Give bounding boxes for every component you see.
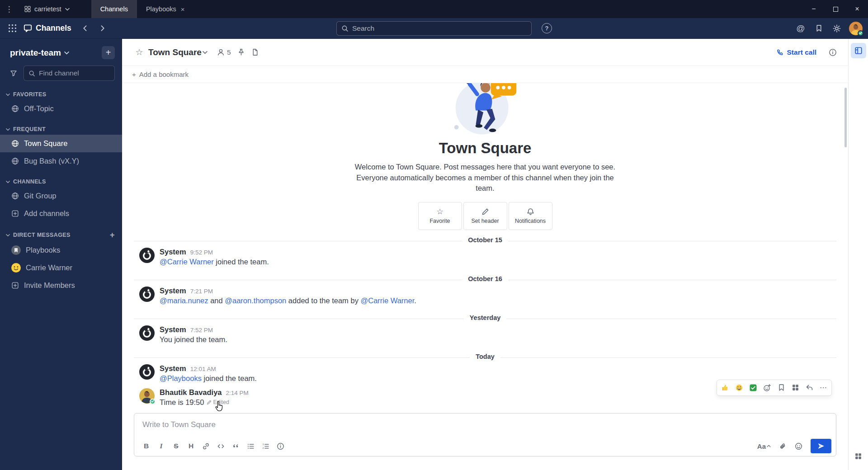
find-channel-input[interactable]: Find channel (24, 66, 115, 81)
save-message-icon[interactable] (774, 381, 788, 394)
boards-app-icon[interactable] (851, 43, 866, 58)
mention-link[interactable]: @Carrie Warner (160, 258, 214, 266)
message-actions-icon[interactable] (788, 381, 802, 394)
maximize-button[interactable] (825, 0, 846, 18)
edited-indicator[interactable]: Edited (207, 399, 229, 406)
pinned-posts-icon[interactable] (234, 45, 248, 60)
dm-name: Playbooks (26, 246, 60, 254)
message-sender[interactable]: System (160, 325, 186, 334)
emoji-picker-icon[interactable] (791, 439, 806, 453)
smile-reaction-icon[interactable] (732, 381, 746, 394)
more-actions-icon[interactable]: ⋯ (816, 381, 830, 394)
attach-file-icon[interactable] (775, 439, 790, 453)
message-text: Time is 19:50Edited (160, 397, 249, 407)
close-button[interactable]: × (846, 0, 868, 18)
notifications-button[interactable]: Notifications (509, 202, 552, 230)
favorite-button[interactable]: ☆ Favorite (418, 202, 462, 230)
channel-files-icon[interactable] (248, 45, 262, 60)
sidebar-item-carrie-warner[interactable]: Carrie Warner (0, 259, 122, 277)
server-selector[interactable]: carrietest (18, 0, 76, 18)
apps-grid-icon[interactable] (851, 448, 866, 464)
numbered-list-icon[interactable]: 12 (258, 439, 273, 453)
add-direct-message-icon[interactable]: + (110, 231, 115, 239)
search-input[interactable]: Search (336, 21, 532, 36)
help-icon[interactable]: ? (542, 23, 552, 33)
mention-link[interactable]: @Playbooks (160, 374, 202, 382)
message-sender[interactable]: System (160, 364, 186, 373)
mention-link[interactable]: @maria.nunez (160, 296, 208, 305)
mention-link[interactable]: @aaron.thompson (225, 296, 286, 305)
team-header[interactable]: private-team + (0, 39, 122, 65)
section-favorites: FAVORITES Off-Topic (0, 90, 122, 118)
message-sender[interactable]: Bhautik Bavadiya (160, 388, 222, 397)
tab-close-icon[interactable]: × (181, 5, 185, 13)
minimize-button[interactable]: − (803, 0, 825, 18)
reply-icon[interactable] (802, 381, 816, 394)
section-frequent-header[interactable]: FREQUENT (0, 125, 122, 135)
bold-icon[interactable]: B (139, 439, 154, 453)
saved-posts-icon[interactable] (811, 21, 826, 36)
product-title-label: Channels (36, 24, 71, 33)
system-message[interactable]: System 7:52 PM You joined the team. (122, 323, 848, 347)
chevron-down-icon (65, 8, 70, 11)
sidebar-item-invite-members[interactable]: Invite Members (0, 277, 122, 294)
edited-label: Edited (213, 399, 229, 406)
add-bookmark-bar[interactable]: + Add a bookmark (122, 66, 848, 83)
hide-formatting-toggle[interactable]: Aa (754, 439, 774, 453)
channel-name: Town Square (24, 139, 67, 148)
message-list[interactable]: Town Square Welcome to Town Square. Post… (122, 83, 848, 410)
formatting-help-icon[interactable] (273, 439, 288, 453)
app-menu-icon[interactable]: ⋮ (0, 5, 18, 14)
mention-link[interactable]: @Carrie Warner (360, 296, 414, 305)
section-channels-header[interactable]: CHANNELS (0, 177, 122, 187)
add-channel-button[interactable]: + (102, 46, 115, 59)
user-message[interactable]: ⋯ Bhautik Bavadiya 2:14 PM Time is (122, 386, 848, 409)
strikethrough-icon[interactable]: S (169, 439, 184, 453)
set-header-button[interactable]: Set header (463, 202, 507, 230)
pencil-icon (481, 208, 489, 216)
channel-name: Bug Bash (vX.Y) (24, 157, 79, 165)
sidebar-item-playbooks-dm[interactable]: Playbooks (0, 241, 122, 259)
filter-icon[interactable] (7, 67, 20, 80)
code-icon[interactable] (213, 439, 228, 453)
sidebar-item-bug-bash[interactable]: Bug Bash (vX.Y) (0, 152, 122, 170)
mentions-icon[interactable]: @ (793, 21, 808, 36)
message-input[interactable]: Write to Town Square (134, 414, 836, 436)
sidebar-item-git-group[interactable]: Git Group (0, 187, 122, 205)
settings-gear-icon[interactable] (829, 21, 844, 36)
quote-icon[interactable] (228, 439, 243, 453)
heading-icon[interactable]: H (184, 439, 198, 453)
section-dms-header[interactable]: DIRECT MESSAGES + (0, 230, 122, 241)
thumbsup-reaction-icon[interactable] (718, 381, 732, 394)
sidebar-item-add-channels[interactable]: Add channels (0, 205, 122, 222)
tab-playbooks[interactable]: Playbooks × (137, 0, 194, 18)
system-message[interactable]: System 7:21 PM @maria.nunez and @aaron.t… (122, 284, 848, 308)
history-forward-icon[interactable] (95, 21, 110, 36)
history-back-icon[interactable] (78, 21, 93, 36)
check-reaction-icon[interactable] (746, 381, 760, 394)
link-icon[interactable] (198, 439, 213, 453)
channel-name: Invite Members (24, 281, 75, 290)
bell-icon (527, 208, 534, 216)
add-reaction-icon[interactable] (760, 381, 774, 394)
scrollbar-thumb[interactable] (844, 88, 847, 147)
start-call-button[interactable]: Start call (772, 46, 821, 59)
sidebar-item-off-topic[interactable]: Off-Topic (0, 100, 122, 118)
channel-info-icon[interactable] (826, 45, 840, 60)
message-sender[interactable]: System (160, 287, 186, 295)
italic-icon[interactable]: I (154, 439, 169, 453)
user-avatar[interactable] (849, 22, 863, 35)
favorite-star-icon[interactable]: ☆ (132, 45, 146, 60)
channel-title[interactable]: Town Square (148, 47, 202, 57)
send-button[interactable] (811, 439, 831, 453)
tab-channels[interactable]: Channels (91, 0, 137, 18)
product-switcher-icon[interactable] (5, 21, 20, 36)
section-favorites-label: FAVORITES (13, 91, 47, 98)
members-button[interactable]: 5 (214, 45, 234, 60)
message-sender[interactable]: System (160, 248, 186, 256)
user-avatar[interactable] (139, 388, 155, 404)
bullet-list-icon[interactable] (243, 439, 258, 453)
sidebar-item-town-square[interactable]: Town Square (0, 135, 122, 152)
system-message[interactable]: System 9:52 PM @Carrie Warner joined the… (122, 245, 848, 269)
section-favorites-header[interactable]: FAVORITES (0, 90, 122, 100)
